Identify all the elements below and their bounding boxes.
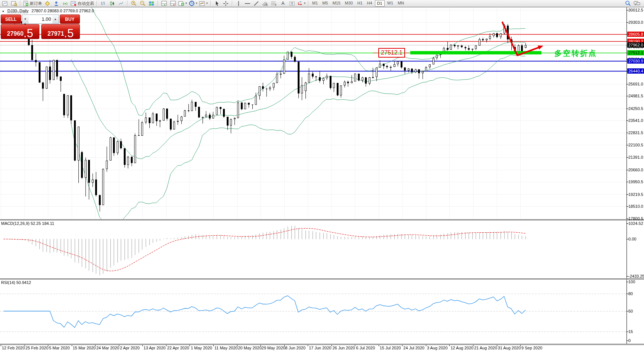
volume-increase-button[interactable]: ▲ [52,15,59,23]
macd-tick-label: 1024.52 [628,221,643,226]
price-chart-canvas[interactable] [0,0,644,352]
timeframe-m5[interactable]: M5 [320,0,330,6]
date-label: 15 Jul 2020 [380,346,401,350]
macd-tick-label: 0.00 [628,237,636,241]
date-label: 31 Aug 2020 [498,346,521,350]
price-tick-label: 21391.0 [628,155,643,159]
chart-ohlc-values: 27807.0 28083.0 27769.0 27962.0 [32,9,94,13]
add-indicator-button[interactable]: ▾ [178,0,188,7]
indicator-window-icon[interactable] [160,0,168,7]
bar-chart-mode-icon[interactable] [99,0,107,7]
sell-price-pip: .5 [23,29,33,38]
date-label: 24 Mar 2020 [96,346,119,350]
price-tick-label: 18510.0 [628,204,643,209]
date-label: 11 May 2020 [214,346,238,350]
date-label: 21 Aug 2020 [474,346,497,350]
date-label: 25 Feb 2020 [26,346,49,350]
equidistant-channel-tool-icon[interactable]: E [261,0,269,7]
support-level-annotation[interactable]: 27512.1 [378,48,405,58]
timeframe-m1[interactable]: M1 [310,0,320,6]
zoom-in-icon[interactable] [129,0,138,7]
date-label: 15 Mar 2020 [73,346,96,350]
new-order-button[interactable]: 新订单 [22,0,43,7]
profiles-icon[interactable] [10,0,18,7]
chart-symbol-period: DJ30-,Daily [7,9,29,13]
sell-price-main: 27960 [7,31,24,37]
autotrading-button[interactable]: 自动交易 [70,0,95,7]
price-tick-label: 22100.5 [628,143,643,147]
timeframe-w1[interactable]: W1 [385,0,395,6]
search-icon[interactable] [624,0,632,7]
rsi-tick-label: 100 [628,280,635,284]
chat-icon[interactable] [632,0,641,7]
timeframe-m15[interactable]: M15 [331,0,342,6]
price-tick-label: 19950.5 [628,180,643,184]
new-chart-icon[interactable] [1,0,9,7]
metaeditor-icon[interactable] [43,0,52,7]
vertical-line-tool-icon[interactable] [234,0,243,7]
timeframe-d1[interactable]: D1 [375,0,385,7]
toolbar-separator [232,1,232,6]
rsi-tick-label: 50 [628,309,633,313]
period-clock-button[interactable]: ▾ [188,0,198,7]
chevron-down-icon: ▾ [206,2,208,5]
buy-price-box[interactable]: 27971.5 [41,24,80,39]
toolbar-separator [97,1,97,6]
date-label: 29 May 2020 [262,346,285,350]
tile-windows-icon[interactable] [147,0,156,7]
timeframe-mn[interactable]: MN [396,0,406,6]
date-label: 5 Mar 2020 [49,346,70,350]
date-label: 8 Jun 2020 [285,346,305,350]
pane-divider[interactable] [0,219,644,220]
pane-divider[interactable] [0,278,644,280]
volume-decrease-button[interactable]: ▼ [22,15,29,23]
fibonacci-tool-icon[interactable]: F [270,0,278,7]
cursor-tool-icon[interactable] [213,0,221,7]
timeframe-h1[interactable]: H1 [355,0,364,6]
price-level-badge: 27962.0 [627,42,644,48]
price-level-badge: 27030.9 [627,58,644,64]
macd-indicator-label: MACD(12,26,9) 52.25 184.11 [1,221,54,226]
chevron-down-icon: ▾ [185,2,187,5]
text-label-tool-icon[interactable]: T [288,0,296,7]
date-label: 2 Apr 2020 [120,346,140,350]
date-label: 26 Jun 2020 [333,346,355,350]
buy-button[interactable]: BUY [60,14,80,24]
crosshair-tool-icon[interactable] [221,0,230,7]
turning-point-note[interactable]: 多空转折点 [554,48,597,58]
timeframe-m30[interactable]: M30 [343,0,355,6]
templates-button[interactable]: ▾ [198,0,208,7]
price-tick-label: 30012.5 [628,8,643,12]
trendline-tool-icon[interactable] [252,0,260,7]
indicator-list-icon[interactable] [169,0,177,7]
date-label: 12 Feb 2020 [2,346,25,350]
svg-text:E: E [266,4,268,6]
volume-input[interactable] [29,15,52,23]
date-label: 1 May 2020 [191,346,212,350]
community-icon[interactable] [52,0,61,7]
zoom-out-icon[interactable] [138,0,147,7]
new-order-label: 新订单 [30,1,42,6]
time-axis-divider [0,344,644,345]
toolbar-separator [308,1,308,6]
horizontal-line-tool-icon[interactable] [243,0,252,7]
price-tick-label: 20660.0 [628,168,643,172]
sell-button[interactable]: SELL [1,14,21,24]
rsi-tick-label: 0 [628,338,631,343]
signals-icon[interactable] [61,0,69,7]
sell-price-box[interactable]: 27960.5 [1,24,39,39]
text-tool-icon[interactable]: A [279,0,287,7]
timeframe-h4[interactable]: H4 [365,0,374,6]
toolbar-separator [127,1,127,6]
arrows-tool-button[interactable]: ▾ [297,0,306,7]
line-chart-mode-icon[interactable] [117,0,125,7]
date-label: 9 Sep 2020 [521,346,542,350]
price-level-badge: 26440.4 [627,68,644,74]
date-label: 24 Jul 2020 [403,346,424,350]
mt-trading-app: 新订单 自动交易 ▾ [0,0,644,352]
chevron-down-icon: ▾ [304,2,305,5]
svg-text:T: T [291,2,293,6]
candle-chart-mode-icon[interactable] [108,0,116,7]
date-label: 20 May 2020 [238,346,262,350]
svg-text:F: F [275,4,276,6]
